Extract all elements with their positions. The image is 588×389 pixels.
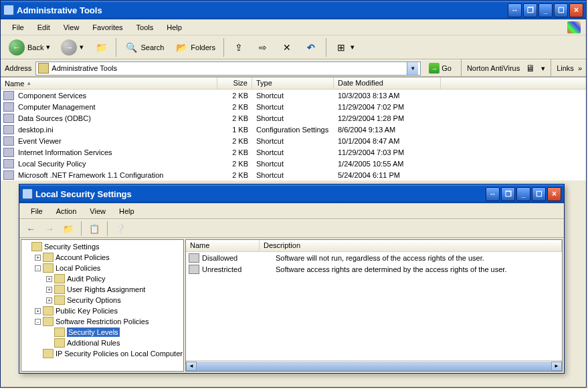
file-icon xyxy=(3,148,14,157)
views-dropdown-icon[interactable]: ▾ xyxy=(351,43,355,51)
tree-software-restriction[interactable]: -Software Restriction Policies xyxy=(21,316,183,327)
expand-icon[interactable]: + xyxy=(35,308,41,314)
scroll-right-icon[interactable]: ► xyxy=(551,362,562,371)
menu-help[interactable]: Help xyxy=(161,21,188,33)
tree-local-policies[interactable]: -Local Policies xyxy=(21,263,183,273)
col-name[interactable]: Name▲ xyxy=(1,78,217,89)
folders-icon: 📂 xyxy=(175,41,188,54)
minimize-button[interactable]: _ xyxy=(538,3,553,17)
tree-audit-policy[interactable]: +Audit Policy xyxy=(21,273,183,284)
expand-icon[interactable]: + xyxy=(46,297,52,303)
address-dropdown-icon[interactable]: ▼ xyxy=(407,62,418,75)
maximize-button[interactable]: ☐ xyxy=(554,3,568,17)
search-button[interactable]: 🔍 Search xyxy=(120,37,168,57)
horizontal-scrollbar[interactable]: ◄ ► xyxy=(186,360,562,371)
forward-icon[interactable]: → xyxy=(42,221,57,236)
views-button[interactable]: ⊞▾ xyxy=(330,37,359,57)
back-button[interactable]: ← Back ▾ xyxy=(5,37,54,57)
cell-date: 10/3/2003 8:13 AM xyxy=(334,91,441,100)
tree-user-rights[interactable]: +User Rights Assignment xyxy=(21,284,183,295)
forward-dropdown-icon[interactable]: ▾ xyxy=(80,43,84,51)
titlebar-main[interactable]: Administrative Tools ↔ ❐ _ ☐ × xyxy=(1,1,586,19)
close-button[interactable]: × xyxy=(547,187,561,201)
table-row[interactable]: Internet Information Services2 KBShortcu… xyxy=(1,146,586,158)
minimize-button[interactable]: _ xyxy=(516,187,530,201)
windows-flag-icon[interactable] xyxy=(567,21,581,33)
file-icon xyxy=(3,114,14,123)
menu-favorites[interactable]: Favorites xyxy=(86,21,128,33)
links-label[interactable]: Links xyxy=(557,64,574,72)
scroll-thumb[interactable] xyxy=(197,362,551,371)
tree-pane[interactable]: Security Settings +Account Policies -Loc… xyxy=(21,239,184,372)
tree-ipsec[interactable]: IP Security Policies on Local Computer xyxy=(21,348,183,359)
delete-button[interactable]: ✕ xyxy=(276,37,298,57)
expand-icon[interactable]: + xyxy=(35,255,41,261)
col-date[interactable]: Date Modified xyxy=(334,78,441,89)
table-row[interactable]: Event Viewer2 KBShortcut10/1/2004 8:47 A… xyxy=(1,135,586,146)
scroll-left-icon[interactable]: ◄ xyxy=(186,362,197,371)
file-icon xyxy=(3,159,14,168)
table-row[interactable]: Microsoft .NET Framework 1.1 Configurati… xyxy=(1,169,586,180)
menu-file[interactable]: File xyxy=(6,21,30,33)
collapse-icon[interactable]: - xyxy=(35,319,41,325)
table-row[interactable]: Component Services2 KBShortcut10/3/2003 … xyxy=(1,90,586,101)
cell-type: Shortcut xyxy=(252,170,334,180)
tree-additional-rules[interactable]: Additional Rules xyxy=(21,338,183,348)
up-level-icon[interactable]: 📁 xyxy=(61,221,76,236)
norton-icon[interactable]: 🖥 xyxy=(524,61,537,75)
dcol-name[interactable]: Name xyxy=(186,240,260,251)
col-size[interactable]: Size xyxy=(217,78,252,89)
collapse-icon[interactable]: - xyxy=(35,265,41,271)
close-button[interactable]: × xyxy=(569,3,583,17)
back-icon[interactable]: ← xyxy=(23,221,38,236)
views-icon: ⊞ xyxy=(334,41,348,54)
up-button[interactable]: 📁 xyxy=(90,37,112,57)
restore-down-button[interactable]: ❐ xyxy=(501,187,515,201)
address-input[interactable]: Administrative Tools ▼ xyxy=(35,61,421,76)
export-list-icon[interactable]: 📋 xyxy=(87,221,102,236)
menu-file[interactable]: File xyxy=(25,205,49,217)
folders-button[interactable]: 📂 Folders xyxy=(171,37,219,57)
folders-label: Folders xyxy=(191,43,215,51)
menu-view[interactable]: View xyxy=(84,205,112,217)
copy-to-button[interactable]: ⇨ xyxy=(252,37,274,57)
forward-button[interactable]: → ▾ xyxy=(57,37,88,57)
dcol-desc[interactable]: Description xyxy=(260,240,562,251)
menu-view[interactable]: View xyxy=(58,21,86,33)
table-row[interactable]: Local Security Policy2 KBShortcut1/24/20… xyxy=(1,158,586,169)
tree-security-levels[interactable]: Security Levels xyxy=(21,327,183,338)
expand-icon[interactable]: + xyxy=(46,287,52,293)
tree-security-options[interactable]: +Security Options xyxy=(21,295,183,305)
table-row[interactable]: Data Sources (ODBC)2 KBShortcut12/29/200… xyxy=(1,112,586,124)
table-row[interactable]: desktop.ini1 KBConfiguration Settings8/6… xyxy=(1,124,586,135)
maximize-button[interactable]: ☐ xyxy=(532,187,546,201)
help-icon[interactable]: ❔ xyxy=(113,221,128,236)
menu-help[interactable]: Help xyxy=(113,205,140,217)
tree-public-key[interactable]: +Public Key Policies xyxy=(21,305,183,316)
cell-type: Shortcut xyxy=(252,102,334,112)
links-chevron-icon[interactable]: » xyxy=(578,64,582,72)
expand-icon[interactable]: + xyxy=(46,276,52,282)
sync-button[interactable]: ↔ xyxy=(508,3,522,17)
undo-button[interactable]: ↶ xyxy=(300,37,322,57)
tree-root[interactable]: Security Settings xyxy=(21,241,183,252)
menu-action[interactable]: Action xyxy=(50,205,83,217)
titlebar-child[interactable]: Local Security Settings ↔ ❐ _ ☐ × xyxy=(19,184,564,203)
col-type[interactable]: Type xyxy=(252,78,334,89)
table-row[interactable]: Computer Management2 KBShortcut11/29/200… xyxy=(1,101,586,112)
menu-edit[interactable]: Edit xyxy=(31,21,56,33)
cell-size: 2 KB xyxy=(217,102,252,112)
list-item[interactable]: DisallowedSoftware will not run, regardl… xyxy=(186,252,562,263)
sync-button[interactable]: ↔ xyxy=(486,187,500,201)
child-menubar: File Action View Help xyxy=(19,203,564,219)
tree-account-policies[interactable]: +Account Policies xyxy=(21,252,183,263)
tb-sep xyxy=(107,221,108,236)
restore-down-button[interactable]: ❐ xyxy=(523,3,537,17)
norton-label[interactable]: Norton AntiVirus xyxy=(467,64,520,72)
back-dropdown-icon[interactable]: ▾ xyxy=(46,43,50,51)
norton-dd-icon[interactable]: ▾ xyxy=(541,64,545,73)
go-button[interactable]: → Go xyxy=(425,61,456,76)
list-item[interactable]: UnrestrictedSoftware access rights are d… xyxy=(186,263,562,275)
move-to-button[interactable]: ⇪ xyxy=(228,37,250,57)
menu-tools[interactable]: Tools xyxy=(130,21,160,33)
